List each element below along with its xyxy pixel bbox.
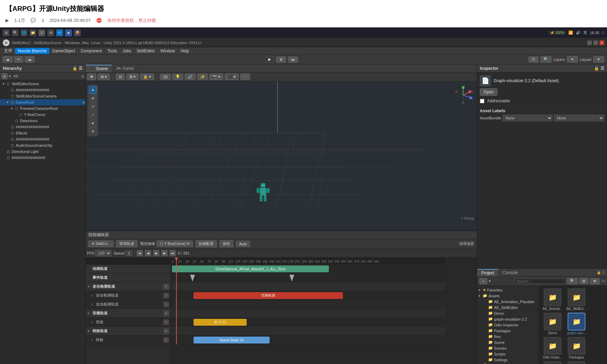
toolbar-search[interactable]: 🔍 [541, 56, 552, 63]
hierarchy-preview-root[interactable]: ▾ ⬡ PreviewCharacterRoot [0, 105, 85, 112]
project-search-input[interactable] [515, 278, 566, 284]
minimize-button[interactable]: ─ [587, 40, 592, 45]
scene-tab-game[interactable]: 🎮 Game [112, 65, 138, 72]
scene-lock-view[interactable]: 🔒 ▾ [140, 74, 154, 80]
menu-help[interactable]: Help [178, 48, 192, 54]
tree-ae-skill[interactable]: 📁 AE_SkillEditor [477, 304, 538, 310]
toolbar-pause[interactable]: ⏸ [276, 56, 286, 63]
hierarchy-hash4[interactable]: ⬡ ################ [0, 155, 85, 161]
tree-settings[interactable]: 📁 Settings [477, 357, 538, 363]
track-audio1-remove[interactable]: ✕ [163, 320, 169, 325]
clip-attack1[interactable]: 范围检测 [194, 292, 343, 299]
hierarchy-camera[interactable]: ⬡ SkillEditorSceneCamera [0, 93, 85, 99]
menu-gameobject[interactable]: GameObject [49, 48, 78, 54]
tool-transform[interactable]: ⊕ [89, 127, 97, 135]
scene-2d-toggle[interactable]: 2D [160, 74, 171, 80]
toolbar-cloud[interactable]: ☁ [25, 56, 35, 63]
track-effect-sub1[interactable]: ≡ 特效 ✕ [86, 336, 171, 344]
skip-end-btn[interactable]: ⏭ [170, 250, 176, 256]
toolbar-step[interactable]: ⏭ [288, 56, 298, 63]
scene-tab-scene[interactable]: ⬛ Scene [86, 65, 112, 72]
project-add[interactable]: + [479, 278, 487, 284]
layout-dropdown[interactable]: ▾ [593, 56, 604, 63]
taskbar-app2[interactable]: ◆ [65, 29, 72, 36]
asset-demo[interactable]: 📁 Demo [542, 313, 563, 335]
skill-editor-menu[interactable]: ⋮ [471, 233, 474, 237]
hierarchy-scene-root[interactable]: ▾ ⬡ SkillEditorScene [0, 81, 85, 87]
asset-odin[interactable]: 📁 Odin Inspe... [542, 337, 563, 359]
track-attack1-remove[interactable]: ✕ [163, 293, 169, 298]
track-audio-sub1[interactable]: ≡ 音效 ✕ [86, 318, 171, 327]
gameroot-expand[interactable]: ▶ [83, 101, 85, 104]
toolbar-undo[interactable]: ↩ [14, 56, 23, 63]
asset-graph[interactable]: 📁 graph-visu... [566, 313, 587, 335]
tree-odin[interactable]: 📁 Odin Inspector [477, 322, 538, 328]
maximize-button[interactable]: □ [593, 40, 598, 45]
clip-effect1[interactable]: Sword Slash 14 [194, 337, 270, 343]
track-attack-sub1[interactable]: ≡ 攻击检测轨道 ✕ [86, 291, 171, 300]
scene-camera-toggle[interactable]: 📷 ▾ [209, 74, 223, 80]
project-tab-project[interactable]: Project [477, 269, 498, 276]
menu-component[interactable]: Component [78, 48, 104, 54]
hierarchy-ybot[interactable]: ⬡ Y Bot(Clone) [0, 112, 85, 118]
menu-nuvole[interactable]: Nuvole Blanche [15, 48, 49, 54]
auto-btn[interactable]: Auto [236, 241, 250, 247]
clear-scene-btn[interactable]: 清理场景 [459, 241, 474, 246]
hierarchy-effects[interactable]: ⬡ Effects [0, 130, 85, 136]
track-audio-add[interactable]: + [163, 311, 169, 316]
taskbar-settings[interactable]: ⚙ [47, 29, 54, 36]
inspector-menu[interactable]: ☰ [600, 66, 604, 71]
clip-audio1[interactable]: 砍刀 (1) [194, 319, 247, 326]
tool-rect[interactable]: ◈ [89, 119, 97, 127]
tree-graph[interactable]: 📁 graph-visualizer-2.2 [477, 316, 538, 322]
save-btn[interactable]: 保存 [220, 240, 233, 247]
tree-ae-anim[interactable]: 📁 AE_Animation_Playable [477, 299, 538, 304]
tool-scale[interactable]: ⤢ [89, 111, 97, 118]
track-effect-add[interactable]: + [163, 328, 169, 334]
menu-file[interactable]: 文件 [1, 47, 15, 54]
scene-more[interactable]: ⋯ [240, 74, 250, 80]
project-tab-console[interactable]: Console [498, 269, 522, 276]
event-marker-2[interactable] [289, 275, 294, 283]
scene-gizmo-toggle[interactable]: ⊞ ▾ [98, 74, 110, 80]
menu-skilleditor[interactable]: SkillEditor [134, 48, 158, 54]
track-attack-group[interactable]: ▾ 攻击检测轨道 + [86, 282, 171, 291]
hierarchy-detections[interactable]: ⬡ Detections [0, 118, 85, 124]
track-animation[interactable]: 动画轨道 [86, 264, 171, 273]
close-button[interactable]: ✕ [599, 40, 604, 45]
taskbar-app3[interactable]: 📦 [74, 29, 81, 36]
taskbar-files[interactable]: 📁 [29, 29, 36, 36]
scene-overlay-toggle[interactable]: ⊟ [116, 74, 125, 80]
tree-demo[interactable]: 📁 Demo [477, 310, 538, 316]
layers-dropdown[interactable]: ▾ [567, 56, 578, 63]
tree-scenes[interactable]: 📁 Scenes [477, 345, 538, 351]
scene-light-toggle[interactable]: 💡 [172, 74, 183, 80]
hierarchy-menu[interactable]: ☰ [79, 66, 83, 71]
scene-hand-tool[interactable]: ✥ [87, 74, 96, 80]
play-pause-btn[interactable]: ▶ [153, 250, 159, 256]
hierarchy-filter[interactable]: ≡ [82, 74, 84, 79]
asset-ae-skill[interactable]: 📁 AE_SkillEdi... [566, 288, 587, 311]
asset-bundle-select[interactable]: None [503, 115, 553, 121]
asset-res[interactable]: 📁 Res [542, 361, 563, 364]
menu-window[interactable]: Window [158, 48, 178, 54]
tree-packages[interactable]: 📁 Packages [477, 328, 538, 334]
menu-jobs[interactable]: Jobs [120, 48, 134, 54]
menu-tools[interactable]: Tools [104, 48, 120, 54]
track-effect-group[interactable]: ▾ 特效轨道 + [86, 327, 171, 336]
skill-tab-btn[interactable]: ✕ SkillCo... [88, 240, 113, 247]
hierarchy-gameroot[interactable]: ▾ ⬡ GameRoot ▶ [0, 99, 85, 105]
project-filter-btn[interactable]: ⊞ [579, 278, 589, 284]
manage-track-btn[interactable]: 管理轨道 [116, 240, 137, 247]
clip-animation[interactable]: GhostSamurai_APose_Attack01_1_ALL_Root [172, 265, 329, 272]
tree-favorites[interactable]: ▾ ★ Favorites [477, 287, 538, 293]
addressable-checkbox[interactable] [480, 99, 484, 103]
fps-select[interactable]: 120 60 30 [95, 250, 111, 256]
scene-render-toggle[interactable]: ⬛ ▾ [225, 74, 239, 80]
tree-scene[interactable]: 📁 Scene [477, 339, 538, 345]
next-frame-btn[interactable]: ▶ [161, 250, 168, 256]
event-marker-1[interactable] [190, 275, 195, 283]
project-lock[interactable]: 🔒 ☰ [597, 271, 607, 274]
asset-bundle-select2[interactable]: None [554, 115, 604, 121]
track-audio-group[interactable]: ▾ 音频轨道 + [86, 309, 171, 318]
